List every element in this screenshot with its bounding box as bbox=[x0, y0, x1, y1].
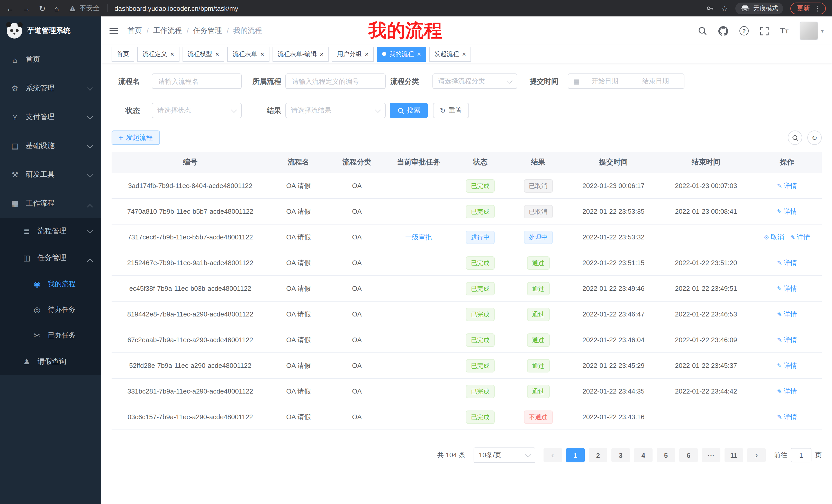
sidebar-item-payment[interactable]: ¥支付管理 bbox=[0, 103, 101, 132]
detail-link[interactable]: ✎详情 bbox=[777, 207, 797, 216]
breadcrumb-item[interactable]: 任务管理 bbox=[193, 26, 222, 35]
sidebar-item-done-task[interactable]: ✂已办任务 bbox=[0, 323, 101, 348]
sidebar-item-label: 研发工具 bbox=[26, 170, 54, 179]
page-button-4[interactable]: 4 bbox=[634, 448, 653, 463]
sidebar-item-devtools[interactable]: ⚒研发工具 bbox=[0, 160, 101, 189]
submit-time-range-picker[interactable]: ▦ 开始日期 - 结束日期 bbox=[568, 74, 684, 89]
detail-link[interactable]: ✎详情 bbox=[777, 258, 797, 268]
reset-button[interactable]: ↻ 重置 bbox=[433, 103, 469, 118]
breadcrumb-item[interactable]: 我的流程 bbox=[233, 26, 262, 35]
page-button-2[interactable]: 2 bbox=[589, 448, 607, 463]
detail-link[interactable]: ✎详情 bbox=[777, 284, 797, 293]
status-tag: 已完成 bbox=[466, 205, 495, 218]
forward-icon[interactable]: → bbox=[23, 4, 30, 12]
main-area: 首页/工作流程/任务管理/我的流程 我的流程 ? TT ▾ bbox=[101, 17, 832, 504]
font-size-icon[interactable]: TT bbox=[780, 26, 788, 35]
goto-page: 前往 页 bbox=[774, 448, 822, 463]
process-name-input[interactable] bbox=[152, 74, 242, 89]
tab-user-group[interactable]: 用户分组× bbox=[332, 47, 374, 61]
sidebar-item-my-process[interactable]: ◉我的流程 bbox=[0, 271, 101, 297]
chevron-down-icon bbox=[375, 107, 381, 113]
cell-process-name: OA 请假 bbox=[269, 224, 328, 250]
sidebar-item-label: 工作流程 bbox=[26, 199, 54, 208]
status-tag: 进行中 bbox=[466, 230, 495, 244]
sidebar-item-infrastructure[interactable]: ▤基础设施 bbox=[0, 132, 101, 160]
page-button-6[interactable]: 6 bbox=[679, 448, 698, 463]
tab-my-process[interactable]: 我的流程× bbox=[377, 47, 426, 61]
result-select[interactable]: 请选择流结果 bbox=[285, 103, 386, 118]
toolbar-search-button[interactable] bbox=[788, 131, 802, 145]
close-icon[interactable]: × bbox=[462, 51, 466, 57]
sidebar-item-task-mgmt[interactable]: ◫任务管理 bbox=[0, 245, 101, 271]
close-icon[interactable]: × bbox=[365, 51, 369, 57]
sidebar-item-system[interactable]: ⚙系统管理 bbox=[0, 74, 101, 103]
devtools-icon: ⚒ bbox=[10, 170, 20, 179]
update-button[interactable]: 更新 ⋮ bbox=[790, 2, 826, 14]
detail-link[interactable]: ✎详情 bbox=[777, 361, 797, 370]
bookmark-star-icon[interactable]: ☆ bbox=[721, 4, 728, 12]
breadcrumb-item[interactable]: 首页 bbox=[128, 26, 142, 35]
fullscreen-icon[interactable] bbox=[760, 26, 769, 35]
help-icon[interactable]: ? bbox=[739, 26, 749, 35]
column-header: 结果 bbox=[509, 152, 567, 173]
sidebar-item-process-mgmt[interactable]: ≣流程管理 bbox=[0, 218, 101, 245]
back-icon[interactable]: ← bbox=[6, 4, 14, 12]
tab-process-definition[interactable]: 流程定义× bbox=[137, 47, 179, 61]
address-bar[interactable]: 不安全 dashboard.yudao.iocoder.cn/bpm/task/… bbox=[69, 4, 706, 13]
page-button-5[interactable]: 5 bbox=[657, 448, 675, 463]
close-icon[interactable]: × bbox=[170, 51, 174, 57]
next-page-button[interactable]: › bbox=[747, 448, 766, 463]
menu-dots-icon[interactable]: ⋮ bbox=[814, 4, 821, 12]
action-links: ✎详情 bbox=[754, 258, 820, 268]
chrome-home-icon[interactable]: ⌂ bbox=[54, 4, 59, 12]
detail-link[interactable]: ✎详情 bbox=[777, 310, 797, 319]
tab-process-form-edit[interactable]: 流程表单-编辑× bbox=[272, 47, 329, 61]
detail-link[interactable]: ✎详情 bbox=[777, 335, 797, 344]
sidebar-item-workflow[interactable]: ▦工作流程 bbox=[0, 189, 101, 218]
github-icon[interactable] bbox=[718, 26, 728, 36]
page-size-select[interactable]: 10条/页 bbox=[474, 447, 535, 463]
user-menu[interactable]: ▾ bbox=[800, 22, 824, 40]
text-size-large-icon: T bbox=[780, 26, 785, 35]
breadcrumb-separator: / bbox=[147, 27, 149, 35]
page-button-11[interactable]: 11 bbox=[725, 448, 743, 463]
goto-page-input[interactable] bbox=[791, 448, 811, 463]
page-button-3[interactable]: 3 bbox=[612, 448, 630, 463]
search-button[interactable]: 搜索 bbox=[390, 103, 428, 118]
toolbar-refresh-button[interactable]: ↻ bbox=[807, 131, 822, 145]
create-process-button[interactable]: + 发起流程 bbox=[111, 131, 160, 145]
detail-link[interactable]: ✎详情 bbox=[777, 412, 797, 422]
password-key-icon[interactable] bbox=[706, 4, 714, 12]
sidebar-item-todo-task[interactable]: ◎待办任务 bbox=[0, 297, 101, 323]
search-icon[interactable] bbox=[698, 26, 707, 35]
category-select[interactable]: 请选择流程分类 bbox=[433, 74, 517, 89]
current-task-link[interactable]: 一级审批 bbox=[405, 233, 432, 241]
app-logo[interactable]: 芋道管理系统 bbox=[0, 17, 101, 45]
breadcrumb-item[interactable]: 工作流程 bbox=[153, 26, 182, 35]
page-button-1[interactable]: 1 bbox=[566, 448, 585, 463]
avatar[interactable] bbox=[800, 22, 818, 40]
prev-page-button[interactable]: ‹ bbox=[544, 448, 562, 463]
tab-bar: 首页流程定义×流程模型×流程表单×流程表单-编辑×用户分组×我的流程×发起流程× bbox=[101, 45, 832, 63]
tab-process-form[interactable]: 流程表单× bbox=[227, 47, 269, 61]
detail-link[interactable]: ✎详情 bbox=[777, 181, 797, 190]
tab-home[interactable]: 首页 bbox=[111, 47, 134, 61]
tab-start-process[interactable]: 发起流程× bbox=[429, 47, 471, 61]
pagination-ellipsis[interactable]: ··· bbox=[702, 448, 721, 463]
reload-icon[interactable]: ↻ bbox=[39, 4, 46, 12]
sidebar-item-leave-query[interactable]: ♟请假查询 bbox=[0, 348, 101, 375]
cell-end-time: 2022-01-22 23:46:53 bbox=[660, 301, 752, 327]
detail-link[interactable]: ✎详情 bbox=[790, 232, 810, 242]
tab-process-model[interactable]: 流程模型× bbox=[182, 47, 224, 61]
address-url[interactable]: dashboard.yudao.iocoder.cn/bpm/task/my bbox=[114, 4, 238, 12]
process-def-input[interactable] bbox=[285, 74, 386, 89]
close-icon[interactable]: × bbox=[320, 51, 324, 57]
status-select[interactable]: 请选择状态 bbox=[152, 103, 242, 118]
sidebar-toggle-button[interactable] bbox=[109, 17, 118, 45]
close-icon[interactable]: × bbox=[417, 51, 421, 57]
cancel-link[interactable]: ⊗取消 bbox=[764, 232, 784, 242]
detail-link[interactable]: ✎详情 bbox=[777, 387, 797, 396]
sidebar-item-home[interactable]: ⌂首页 bbox=[0, 45, 101, 74]
close-icon[interactable]: × bbox=[215, 51, 219, 57]
close-icon[interactable]: × bbox=[260, 51, 264, 57]
